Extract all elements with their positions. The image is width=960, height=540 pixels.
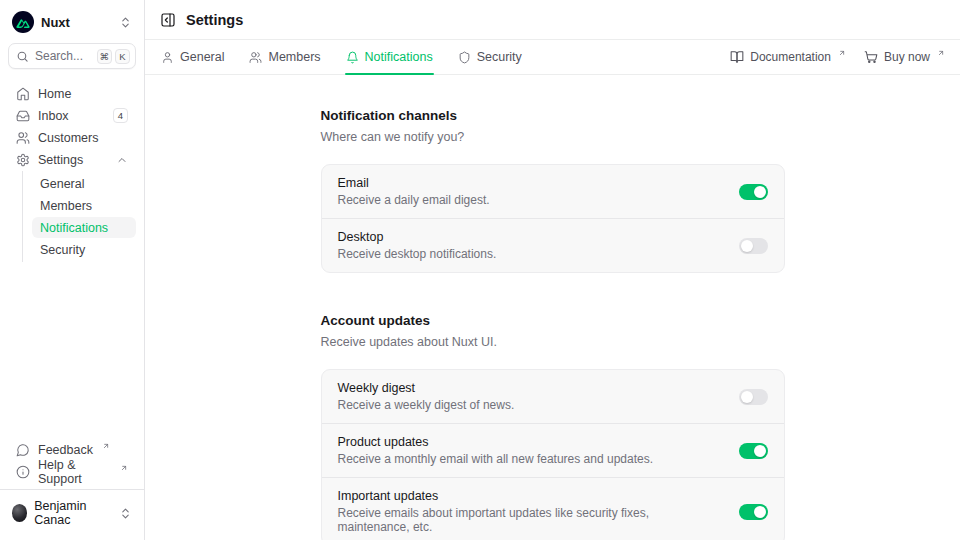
- section-title: Account updates: [321, 313, 785, 328]
- search-icon: [16, 50, 29, 63]
- search-input[interactable]: Search... ⌘ K: [8, 43, 136, 69]
- shopping-cart-icon: [864, 50, 878, 64]
- user-section: Benjamin Canac: [0, 489, 144, 532]
- tab-notifications[interactable]: Notifications: [345, 40, 434, 74]
- setting-row-important-updates: Important updates Receive emails about i…: [322, 477, 784, 540]
- sidebar-item-customers[interactable]: Customers: [8, 127, 136, 148]
- home-icon: [16, 87, 30, 101]
- kbd-cmd: ⌘: [97, 49, 113, 64]
- nuxt-logo-icon: [12, 11, 34, 33]
- tab-security[interactable]: Security: [457, 40, 523, 74]
- sidebar-item-inbox[interactable]: Inbox 4: [8, 105, 136, 126]
- sidebar-footer: Feedback Help & Support: [8, 439, 136, 482]
- message-bubble-icon: [16, 443, 30, 457]
- setting-row-weekly-digest: Weekly digest Receive a weekly digest of…: [322, 370, 784, 423]
- users-icon: [249, 51, 262, 64]
- sidebar-collapse-icon[interactable]: [160, 12, 176, 28]
- settings-subnav: General Members Notifications Security: [22, 171, 136, 262]
- section-title: Notification channels: [321, 108, 785, 123]
- users-icon: [16, 131, 30, 145]
- section-description: Receive updates about Nuxt UI.: [321, 335, 785, 349]
- page-title: Settings: [186, 12, 243, 28]
- tab-members[interactable]: Members: [248, 40, 321, 74]
- important-updates-toggle[interactable]: [739, 504, 768, 520]
- bell-icon: [346, 51, 359, 64]
- shield-icon: [458, 51, 471, 64]
- section-description: Where can we notify you?: [321, 130, 785, 144]
- section-notification-channels: Notification channels Where can we notif…: [321, 108, 785, 273]
- content-area: Settings General Members Notifications: [145, 0, 960, 540]
- sidebar-item-home[interactable]: Home: [8, 83, 136, 104]
- sidebar-item-settings-general[interactable]: General: [32, 173, 136, 194]
- user-name: Benjamin Canac: [34, 499, 112, 527]
- workspace-switcher[interactable]: Nuxt: [8, 8, 136, 36]
- sidebar-item-settings-members[interactable]: Members: [32, 195, 136, 216]
- external-link-icon: [937, 49, 945, 57]
- kbd-k: K: [115, 49, 130, 64]
- documentation-link[interactable]: Documentation: [730, 50, 846, 64]
- section-account-updates: Account updates Receive updates about Nu…: [321, 313, 785, 540]
- buy-now-link[interactable]: Buy now: [864, 50, 945, 64]
- settings-notifications-page: Notification channels Where can we notif…: [145, 75, 960, 540]
- info-circle-icon: [16, 465, 30, 479]
- external-link-icon: [102, 442, 110, 450]
- sidebar-nav: Home Inbox 4 Customers Settings: [8, 83, 136, 262]
- settings-card: Email Receive a daily email digest. Desk…: [321, 164, 785, 273]
- tab-general[interactable]: General: [160, 40, 225, 74]
- help-support-link[interactable]: Help & Support: [8, 461, 136, 482]
- setting-row-product-updates: Product updates Receive a monthly email …: [322, 423, 784, 477]
- gear-icon: [16, 153, 30, 167]
- user-icon: [161, 51, 174, 64]
- workspace-name: Nuxt: [41, 15, 70, 30]
- product-updates-toggle[interactable]: [739, 443, 768, 459]
- tabs: General Members Notifications Security: [160, 40, 523, 74]
- setting-row-email: Email Receive a daily email digest.: [322, 165, 784, 218]
- chevron-up-down-icon: [119, 16, 132, 29]
- tab-bar: General Members Notifications Security: [145, 40, 960, 75]
- search-shortcut: ⌘ K: [97, 49, 131, 64]
- chevron-up-icon: [116, 154, 128, 166]
- search-placeholder: Search...: [35, 49, 91, 63]
- weekly-digest-toggle[interactable]: [739, 389, 768, 405]
- book-icon: [730, 50, 744, 64]
- header-actions: Documentation Buy now: [730, 40, 945, 74]
- sidebar: Nuxt Search... ⌘ K Home Inbox 4: [0, 0, 145, 540]
- settings-card: Weekly digest Receive a weekly digest of…: [321, 369, 785, 540]
- user-menu[interactable]: Benjamin Canac: [10, 497, 134, 529]
- sidebar-item-settings[interactable]: Settings: [8, 149, 136, 170]
- avatar: [12, 504, 27, 522]
- desktop-toggle[interactable]: [739, 238, 768, 254]
- inbox-icon: [16, 109, 30, 123]
- setting-row-desktop: Desktop Receive desktop notifications.: [322, 218, 784, 272]
- external-link-icon: [120, 464, 128, 472]
- sidebar-item-settings-notifications[interactable]: Notifications: [32, 217, 136, 238]
- sidebar-item-settings-security[interactable]: Security: [32, 239, 136, 260]
- chevron-up-down-icon: [119, 507, 132, 520]
- page-header: Settings: [145, 0, 960, 40]
- email-toggle[interactable]: [739, 184, 768, 200]
- inbox-count-badge: 4: [113, 108, 128, 123]
- external-link-icon: [838, 49, 846, 57]
